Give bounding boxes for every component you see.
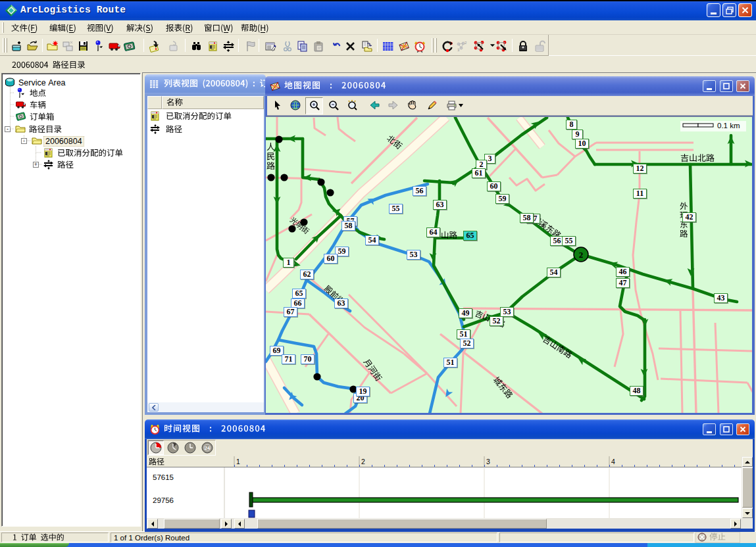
svg-text:24: 24: [205, 446, 210, 450]
svg-text:3: 3: [486, 458, 490, 465]
svg-text:2: 2: [465, 41, 467, 45]
svg-text:3: 3: [457, 48, 460, 52]
svg-text:0.1 km: 0.1 km: [717, 122, 740, 130]
svg-text:2: 2: [579, 250, 584, 260]
svg-text:4: 4: [611, 458, 615, 465]
svg-text:1: 1: [236, 458, 240, 465]
svg-text:2: 2: [361, 458, 365, 465]
